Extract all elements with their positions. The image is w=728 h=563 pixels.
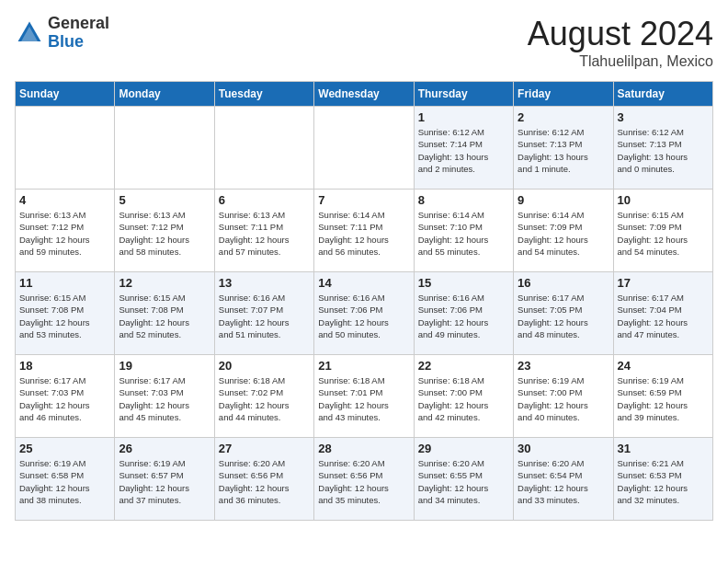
empty-cell bbox=[214, 107, 313, 190]
week-row-3: 11Sunrise: 6:15 AM Sunset: 7:08 PM Dayli… bbox=[16, 272, 713, 355]
day-number: 27 bbox=[219, 442, 310, 455]
day-number: 21 bbox=[318, 359, 409, 373]
day-cell-5: 5Sunrise: 6:13 AM Sunset: 7:12 PM Daylig… bbox=[115, 190, 214, 272]
day-cell-25: 25Sunrise: 6:19 AM Sunset: 6:58 PM Dayli… bbox=[16, 438, 115, 521]
column-header-friday: Friday bbox=[514, 82, 613, 107]
day-number: 8 bbox=[418, 193, 509, 207]
day-info: Sunrise: 6:16 AM Sunset: 7:06 PM Dayligh… bbox=[318, 292, 409, 340]
day-info: Sunrise: 6:17 AM Sunset: 7:04 PM Dayligh… bbox=[618, 292, 709, 340]
day-cell-21: 21Sunrise: 6:18 AM Sunset: 7:01 PM Dayli… bbox=[314, 355, 414, 438]
day-info: Sunrise: 6:12 AM Sunset: 7:14 PM Dayligh… bbox=[418, 126, 509, 175]
column-header-wednesday: Wednesday bbox=[314, 82, 414, 107]
column-header-saturday: Saturday bbox=[613, 82, 712, 107]
logo-text: General Blue bbox=[48, 15, 109, 52]
day-cell-10: 10Sunrise: 6:15 AM Sunset: 7:09 PM Dayli… bbox=[613, 190, 712, 272]
day-info: Sunrise: 6:20 AM Sunset: 6:56 PM Dayligh… bbox=[318, 457, 409, 506]
week-row-4: 18Sunrise: 6:17 AM Sunset: 7:03 PM Dayli… bbox=[16, 355, 713, 438]
day-number: 28 bbox=[318, 442, 409, 455]
header-row: SundayMondayTuesdayWednesdayThursdayFrid… bbox=[16, 82, 713, 107]
day-number: 13 bbox=[219, 276, 310, 290]
day-number: 18 bbox=[19, 359, 110, 373]
day-number: 26 bbox=[119, 442, 210, 455]
day-number: 23 bbox=[518, 359, 609, 373]
day-number: 22 bbox=[418, 359, 509, 373]
day-cell-3: 3Sunrise: 6:12 AM Sunset: 7:13 PM Daylig… bbox=[613, 107, 712, 190]
week-row-1: 1Sunrise: 6:12 AM Sunset: 7:14 PM Daylig… bbox=[16, 107, 713, 190]
day-number: 5 bbox=[119, 193, 210, 207]
day-number: 14 bbox=[318, 276, 409, 290]
day-info: Sunrise: 6:17 AM Sunset: 7:03 PM Dayligh… bbox=[119, 374, 210, 423]
day-info: Sunrise: 6:17 AM Sunset: 7:03 PM Dayligh… bbox=[19, 374, 110, 423]
day-cell-23: 23Sunrise: 6:19 AM Sunset: 7:00 PM Dayli… bbox=[514, 355, 613, 438]
location: Tlahuelilpan, Mexico bbox=[528, 53, 713, 70]
empty-cell bbox=[115, 107, 214, 190]
day-number: 7 bbox=[318, 193, 409, 207]
day-cell-31: 31Sunrise: 6:21 AM Sunset: 6:53 PM Dayli… bbox=[613, 438, 712, 521]
day-cell-27: 27Sunrise: 6:20 AM Sunset: 6:56 PM Dayli… bbox=[214, 438, 313, 521]
empty-cell bbox=[314, 107, 414, 190]
day-number: 19 bbox=[119, 359, 210, 373]
day-number: 25 bbox=[19, 442, 110, 455]
day-number: 9 bbox=[518, 193, 609, 207]
day-number: 30 bbox=[518, 442, 609, 455]
day-info: Sunrise: 6:18 AM Sunset: 7:00 PM Dayligh… bbox=[418, 374, 509, 423]
day-info: Sunrise: 6:14 AM Sunset: 7:10 PM Dayligh… bbox=[418, 209, 509, 258]
day-cell-12: 12Sunrise: 6:15 AM Sunset: 7:08 PM Dayli… bbox=[115, 272, 214, 355]
day-cell-24: 24Sunrise: 6:19 AM Sunset: 6:59 PM Dayli… bbox=[613, 355, 712, 438]
day-cell-6: 6Sunrise: 6:13 AM Sunset: 7:11 PM Daylig… bbox=[214, 190, 313, 272]
day-cell-7: 7Sunrise: 6:14 AM Sunset: 7:11 PM Daylig… bbox=[314, 190, 414, 272]
day-cell-8: 8Sunrise: 6:14 AM Sunset: 7:10 PM Daylig… bbox=[414, 190, 513, 272]
column-header-sunday: Sunday bbox=[16, 82, 115, 107]
day-cell-1: 1Sunrise: 6:12 AM Sunset: 7:14 PM Daylig… bbox=[414, 107, 513, 190]
day-info: Sunrise: 6:20 AM Sunset: 6:56 PM Dayligh… bbox=[219, 457, 310, 506]
day-info: Sunrise: 6:21 AM Sunset: 6:53 PM Dayligh… bbox=[618, 457, 709, 506]
day-info: Sunrise: 6:14 AM Sunset: 7:09 PM Dayligh… bbox=[518, 209, 609, 258]
day-cell-4: 4Sunrise: 6:13 AM Sunset: 7:12 PM Daylig… bbox=[16, 190, 115, 272]
day-cell-2: 2Sunrise: 6:12 AM Sunset: 7:13 PM Daylig… bbox=[514, 107, 613, 190]
day-info: Sunrise: 6:13 AM Sunset: 7:12 PM Dayligh… bbox=[119, 209, 210, 258]
month-year: August 2024 bbox=[528, 15, 713, 53]
day-number: 10 bbox=[618, 193, 709, 207]
column-header-thursday: Thursday bbox=[414, 82, 513, 107]
logo-icon bbox=[15, 18, 44, 48]
day-cell-13: 13Sunrise: 6:16 AM Sunset: 7:07 PM Dayli… bbox=[214, 272, 313, 355]
day-number: 20 bbox=[219, 359, 310, 373]
day-cell-29: 29Sunrise: 6:20 AM Sunset: 6:55 PM Dayli… bbox=[414, 438, 513, 521]
day-cell-15: 15Sunrise: 6:16 AM Sunset: 7:06 PM Dayli… bbox=[414, 272, 513, 355]
day-cell-20: 20Sunrise: 6:18 AM Sunset: 7:02 PM Dayli… bbox=[214, 355, 313, 438]
day-cell-19: 19Sunrise: 6:17 AM Sunset: 7:03 PM Dayli… bbox=[115, 355, 214, 438]
day-info: Sunrise: 6:16 AM Sunset: 7:07 PM Dayligh… bbox=[219, 292, 310, 340]
day-cell-30: 30Sunrise: 6:20 AM Sunset: 6:54 PM Dayli… bbox=[514, 438, 613, 521]
day-info: Sunrise: 6:14 AM Sunset: 7:11 PM Dayligh… bbox=[318, 209, 409, 258]
day-number: 4 bbox=[19, 193, 110, 207]
day-number: 2 bbox=[518, 110, 609, 124]
day-info: Sunrise: 6:18 AM Sunset: 7:02 PM Dayligh… bbox=[219, 374, 310, 423]
day-info: Sunrise: 6:12 AM Sunset: 7:13 PM Dayligh… bbox=[618, 126, 709, 175]
day-info: Sunrise: 6:20 AM Sunset: 6:55 PM Dayligh… bbox=[418, 457, 509, 506]
day-cell-9: 9Sunrise: 6:14 AM Sunset: 7:09 PM Daylig… bbox=[514, 190, 613, 272]
day-number: 1 bbox=[418, 110, 509, 124]
column-header-monday: Monday bbox=[115, 82, 214, 107]
day-cell-17: 17Sunrise: 6:17 AM Sunset: 7:04 PM Dayli… bbox=[613, 272, 712, 355]
day-info: Sunrise: 6:12 AM Sunset: 7:13 PM Dayligh… bbox=[518, 126, 609, 175]
day-cell-18: 18Sunrise: 6:17 AM Sunset: 7:03 PM Dayli… bbox=[16, 355, 115, 438]
day-info: Sunrise: 6:18 AM Sunset: 7:01 PM Dayligh… bbox=[318, 374, 409, 423]
day-number: 6 bbox=[219, 193, 310, 207]
week-row-5: 25Sunrise: 6:19 AM Sunset: 6:58 PM Dayli… bbox=[16, 438, 713, 521]
calendar-table: SundayMondayTuesdayWednesdayThursdayFrid… bbox=[15, 81, 713, 521]
day-info: Sunrise: 6:20 AM Sunset: 6:54 PM Dayligh… bbox=[518, 457, 609, 506]
day-cell-11: 11Sunrise: 6:15 AM Sunset: 7:08 PM Dayli… bbox=[16, 272, 115, 355]
day-number: 17 bbox=[618, 276, 709, 290]
week-row-2: 4Sunrise: 6:13 AM Sunset: 7:12 PM Daylig… bbox=[16, 190, 713, 272]
page-header: General Blue August 2024 Tlahuelilpan, M… bbox=[15, 15, 713, 70]
day-number: 3 bbox=[618, 110, 709, 124]
day-number: 15 bbox=[418, 276, 509, 290]
day-info: Sunrise: 6:15 AM Sunset: 7:08 PM Dayligh… bbox=[19, 292, 110, 340]
day-info: Sunrise: 6:19 AM Sunset: 6:59 PM Dayligh… bbox=[618, 374, 709, 423]
day-cell-14: 14Sunrise: 6:16 AM Sunset: 7:06 PM Dayli… bbox=[314, 272, 414, 355]
day-info: Sunrise: 6:16 AM Sunset: 7:06 PM Dayligh… bbox=[418, 292, 509, 340]
day-info: Sunrise: 6:19 AM Sunset: 7:00 PM Dayligh… bbox=[518, 374, 609, 423]
empty-cell bbox=[16, 107, 115, 190]
day-info: Sunrise: 6:15 AM Sunset: 7:08 PM Dayligh… bbox=[119, 292, 210, 340]
day-cell-16: 16Sunrise: 6:17 AM Sunset: 7:05 PM Dayli… bbox=[514, 272, 613, 355]
